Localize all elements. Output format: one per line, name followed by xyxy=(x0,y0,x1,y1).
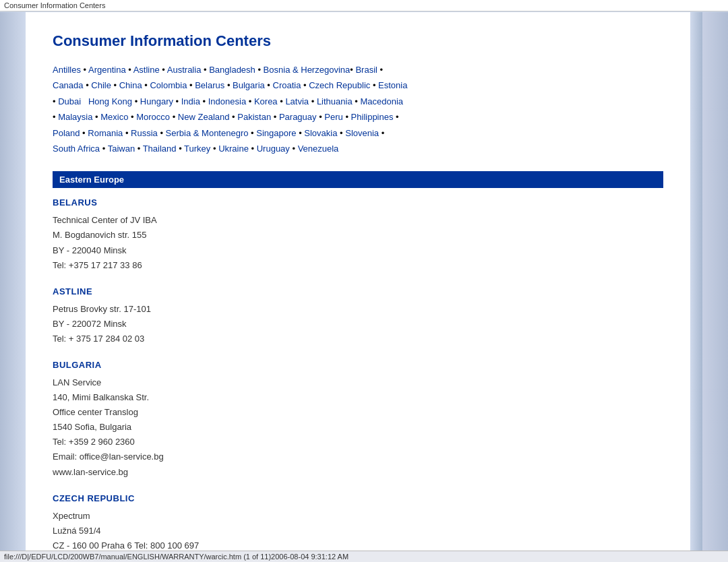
status-bar-text: file:///D|/EDFU/LCD/200WB7/manual/ENGLIS… xyxy=(4,553,348,561)
info-line: Lužná 591/4 xyxy=(53,524,663,538)
status-bar: file:///D|/EDFU/LCD/200WB7/manual/ENGLIS… xyxy=(0,551,728,562)
link-uruguay[interactable]: Uruguay xyxy=(257,144,290,154)
link-thailand[interactable]: Thailand xyxy=(143,144,177,154)
link-czech-republic[interactable]: Czech Republic xyxy=(309,80,370,90)
link-dubai[interactable]: Dubai xyxy=(58,96,81,106)
link-hungary[interactable]: Hungary xyxy=(140,96,173,106)
link-brasil[interactable]: Brasil xyxy=(355,65,377,75)
title-bar: Consumer Information Centers xyxy=(0,0,728,11)
info-line: 1540 Sofia, Bulgaria xyxy=(53,420,663,435)
link-chile[interactable]: Chile xyxy=(91,80,111,90)
info-line: Xpectrum xyxy=(53,509,663,524)
link-macedonia[interactable]: Macedonia xyxy=(360,96,403,106)
link-china[interactable]: China xyxy=(119,80,142,90)
countries-container: BELARUSTechnical Center of JV IBAM. Bogd… xyxy=(53,197,663,562)
link-paraguay[interactable]: Paraguay xyxy=(279,112,317,122)
link-new-zealand[interactable]: New Zealand xyxy=(178,112,230,122)
info-line: Office center Translog xyxy=(53,405,663,420)
link-venezuela[interactable]: Venezuela xyxy=(298,144,339,154)
link-indonesia[interactable]: Indonesia xyxy=(208,96,246,106)
country-title-belarus: BELARUS xyxy=(53,197,663,208)
link-lithuania[interactable]: Lithuania xyxy=(317,96,353,106)
link-australia[interactable]: Australia xyxy=(167,65,202,75)
link-ukraine[interactable]: Ukraine xyxy=(218,144,249,154)
info-line: Tel: +359 2 960 2360 xyxy=(53,435,663,449)
link-argentina[interactable]: Argentina xyxy=(88,65,126,75)
country-info-belarus: Technical Center of JV IBAM. Bogdanovich… xyxy=(53,213,663,272)
link-latvia[interactable]: Latvia xyxy=(285,96,309,106)
main-content: Consumer Information Centers Antilles • … xyxy=(26,12,690,562)
link-hong-kong[interactable]: Hong Kong xyxy=(88,96,132,106)
info-line: Tel: + 375 17 284 02 03 xyxy=(53,332,663,346)
section-header: Eastern Europe xyxy=(53,171,663,188)
country-title-bulgaria: BULGARIA xyxy=(53,360,663,370)
country-title-czech-republic: CZECH REPUBLIC xyxy=(53,493,663,503)
info-line: www.lan-service.bg xyxy=(53,465,663,480)
links-section: Antilles • Argentina • Astline • Austral… xyxy=(53,62,663,156)
link-canada[interactable]: Canada xyxy=(53,80,84,90)
link-korea[interactable]: Korea xyxy=(254,96,278,106)
info-line: Technical Center of JV IBA xyxy=(53,213,663,228)
link-taiwan[interactable]: Taiwan xyxy=(108,144,135,154)
link-philippines[interactable]: Philippines xyxy=(351,112,394,122)
link-south-africa[interactable]: South Africa xyxy=(53,144,100,154)
link-singapore[interactable]: Singapore xyxy=(256,128,296,138)
info-line: Tel: +375 17 217 33 86 xyxy=(53,258,663,273)
country-info-astline: Petrus Brovky str. 17-101BY - 220072 Min… xyxy=(53,302,663,346)
link-serbia[interactable]: Serbia & Montenegro xyxy=(166,128,249,138)
link-morocco[interactable]: Morocco xyxy=(136,112,170,122)
info-line: LAN Service xyxy=(53,375,663,390)
link-colombia[interactable]: Colombia xyxy=(150,80,187,90)
link-romania[interactable]: Romania xyxy=(88,128,123,138)
link-turkey[interactable]: Turkey xyxy=(184,144,210,154)
right-sidebar-2 xyxy=(702,12,728,562)
country-title-astline: ASTLINE xyxy=(53,286,663,296)
link-antilles[interactable]: Antilles xyxy=(53,65,81,75)
link-poland[interactable]: Poland xyxy=(53,128,80,138)
page-title: Consumer Information Centers xyxy=(53,32,663,50)
link-slovenia[interactable]: Slovenia xyxy=(345,128,379,138)
info-line: Email: office@lan-service.bg xyxy=(53,449,663,464)
info-line: 140, Mimi Balkanska Str. xyxy=(53,390,663,405)
link-croatia[interactable]: Croatia xyxy=(273,80,301,90)
link-bulgaria[interactable]: Bulgaria xyxy=(233,80,265,90)
link-pakistan[interactable]: Pakistan xyxy=(237,112,271,122)
link-mexico[interactable]: Mexico xyxy=(100,112,128,122)
link-estonia[interactable]: Estonia xyxy=(378,80,407,90)
link-russia[interactable]: Russia xyxy=(131,128,158,138)
right-sidebar-1 xyxy=(690,12,702,562)
country-section-astline: ASTLINEPetrus Brovky str. 17-101BY - 220… xyxy=(53,286,663,346)
left-sidebar xyxy=(0,12,26,562)
info-line: BY - 220072 Minsk xyxy=(53,317,663,332)
link-india[interactable]: India xyxy=(181,96,200,106)
info-line: Petrus Brovky str. 17-101 xyxy=(53,302,663,317)
link-peru[interactable]: Peru xyxy=(324,112,342,122)
link-belarus[interactable]: Belarus xyxy=(195,80,224,90)
country-section-belarus: BELARUSTechnical Center of JV IBAM. Bogd… xyxy=(53,197,663,272)
link-astline[interactable]: Astline xyxy=(133,65,160,75)
info-line: BY - 220040 Minsk xyxy=(53,243,663,258)
info-line: M. Bogdanovich str. 155 xyxy=(53,228,663,243)
country-info-bulgaria: LAN Service140, Mimi Balkanska Str.Offic… xyxy=(53,375,663,480)
link-bangladesh[interactable]: Bangladesh xyxy=(209,65,255,75)
outer-layout: Consumer Information Centers Antilles • … xyxy=(0,0,728,562)
link-malaysia[interactable]: Malaysia xyxy=(58,112,92,122)
link-slovakia[interactable]: Slovakia xyxy=(304,128,337,138)
country-section-bulgaria: BULGARIALAN Service140, Mimi Balkanska S… xyxy=(53,360,663,480)
title-bar-text: Consumer Information Centers xyxy=(4,1,105,9)
link-bosnia[interactable]: Bosnia & Herzegovina xyxy=(264,65,351,75)
